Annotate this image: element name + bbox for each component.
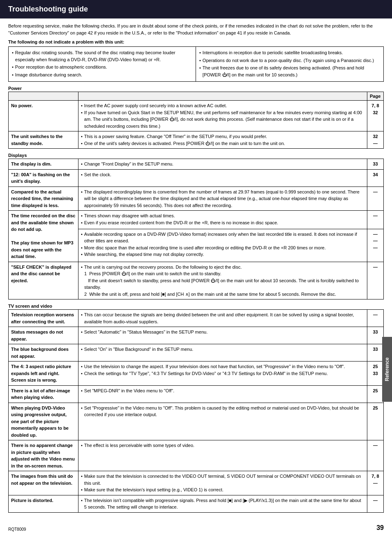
remedy-bullet: Select "On" in "Blue Background" in the … (81, 346, 364, 353)
remedy-cell: Set "Progressive" in the Video menu to "… (78, 403, 367, 440)
tv-screen-section-label: TV screen and video (8, 304, 384, 309)
remedy-bullet: Set "MPEG-DNR" in the Video menu to "Off… (81, 387, 364, 394)
page-cell: 25 (367, 403, 384, 440)
tv-screen-table: Television reception worsens after conne… (8, 309, 384, 513)
table-row: Compared to the actual recorded time, th… (9, 187, 384, 211)
remedy-bullet: Make sure that the television's input se… (81, 486, 364, 493)
power-col-page: Page (367, 92, 384, 101)
remedy-cell: Select "On" in "Blue Background" in the … (78, 344, 367, 362)
problem-cell bold-problem: Television reception worsens after conne… (9, 310, 78, 327)
page-cell: 7, 8— (367, 471, 384, 495)
page-cell: 25 (367, 385, 384, 403)
remedy-cell: This can occur because the signals are b… (78, 310, 367, 327)
table-row: No power. Insert the AC power supply cor… (9, 101, 384, 131)
model-number: RQT8009 (8, 527, 26, 532)
page-cell: 2533 (367, 362, 384, 386)
problem-cell: The display is dim. (9, 159, 78, 170)
remedy-bullet: If you have turned on Quick Start in the… (81, 109, 364, 130)
not-indicate-right: Interruptions in reception due to period… (196, 47, 383, 81)
problem-cell: The images from this unit do not appear … (9, 471, 78, 495)
remedy-cell: Change "Front Display" in the SETUP menu… (78, 159, 367, 170)
table-row: The images from this unit do not appear … (9, 471, 384, 495)
page-cell: — (367, 310, 384, 327)
page-cell: 33 (367, 327, 384, 344)
page-cell: 7, 832 (367, 101, 384, 131)
displays-table: The display is dim. Change "Front Displa… (8, 159, 384, 299)
page-cell: — (367, 187, 384, 211)
problem-cell: There is a lot of after-image when playi… (9, 385, 78, 403)
table-row: There is no apparent change in picture q… (9, 440, 384, 471)
remedy-bullet: Set "Progressive" in the Video menu to "… (81, 405, 364, 418)
table-row: Picture is distorted. The television isn… (9, 495, 384, 512)
table-row: Status messages do not appear. Select "A… (9, 327, 384, 344)
bullet-item: Operations do not work due to a poor-qua… (199, 57, 380, 64)
remedy-bullet: Check the settings for "TV Type", "4:3 T… (81, 370, 364, 377)
problem-cell: "SELF CHECK" is displayed and the disc c… (9, 262, 78, 299)
bullet-item: Image disturbance during search. (12, 71, 192, 78)
problem-cell: The 4: 3 aspect ratio picture expands le… (9, 362, 78, 386)
remedy-bullet: One of the unit's safety devices is acti… (81, 140, 364, 147)
page-cell: — (367, 440, 384, 471)
remedy-cell: The television isn't compatible with pro… (78, 495, 367, 512)
problem-cell: "12: 00A" is flashing on the unit's disp… (9, 169, 78, 187)
remedy-bullet: Make sure that the television is connect… (81, 473, 364, 486)
table-row: When playing DVD-Video using progressive… (9, 403, 384, 440)
page-cell: — (367, 262, 384, 299)
remedy-cell: The displayed recording/play time is con… (78, 187, 367, 211)
not-indicate-grid: Regular disc rotating sounds. The sound … (8, 46, 384, 82)
remedy-bullet: The unit is carrying out the recovery pr… (81, 264, 364, 271)
bullet-item: Poor reception due to atmospheric condit… (12, 64, 192, 71)
problem-cell: The blue background does not appear. (9, 344, 78, 362)
bullet-item: Interruptions in reception due to period… (199, 49, 380, 56)
not-indicate-title: The following do not indicate a problem … (8, 39, 384, 44)
table-row: The display is dim. Change "Front Displa… (9, 159, 384, 170)
problem-cell: When playing DVD-Video using progressive… (9, 403, 78, 440)
problem-cell: Status messages do not appear. (9, 327, 78, 344)
displays-section-label: Displays (8, 153, 384, 158)
table-row: The unit switches to the standby mode. T… (9, 131, 384, 149)
page-cell: ——— (367, 229, 384, 262)
remedy-cell: Select "Automatic" in "Status Messages" … (78, 327, 367, 344)
not-indicate-left: Regular disc rotating sounds. The sound … (9, 47, 196, 81)
page-cell: — (367, 495, 384, 512)
page-title: Troubleshooting guide (8, 5, 88, 13)
remedy-cell: The effect is less perceivable with some… (78, 440, 367, 471)
table-row: The 4: 3 aspect ratio picture expands le… (9, 362, 384, 386)
remedy-bullet: Insert the AC power supply cord securely… (81, 102, 364, 109)
remedy-cell: Insert the AC power supply cord securely… (78, 101, 367, 131)
bullet-item: The unit freezes due to one of its safet… (199, 64, 380, 78)
remedy-cell: Set the clock. (78, 169, 367, 187)
power-section-label: Power (8, 86, 384, 91)
page-footer: RQT8009 39 (0, 523, 392, 533)
remedy-bullet: The television isn't compatible with pro… (81, 497, 364, 511)
power-col-problem (9, 92, 78, 101)
remedy-cell: Available recording space on a DVD-RW (D… (78, 229, 367, 262)
remedy-bullet: While searching, the elapsed time may no… (81, 251, 364, 258)
reference-label: Reference (384, 357, 390, 381)
problem-cell: The time recorded on the disc and the av… (9, 211, 78, 262)
remedy-bullet: Available recording space on a DVD-RW (D… (81, 231, 364, 244)
table-row: Television reception worsens after conne… (9, 310, 384, 327)
power-col-remedy (78, 92, 367, 101)
page-cell: 32— (367, 131, 384, 149)
remedy-bullet: More disc space than the actual recordin… (81, 244, 364, 251)
remedy-cell: The unit is carrying out the recovery pr… (78, 262, 367, 299)
power-table: Page No power. Insert the AC power suppl… (8, 92, 384, 149)
remedy-bullet: Change "Front Display" in the SETUP menu… (81, 161, 364, 168)
page-wrapper: Troubleshooting guide Before requesting … (0, 0, 392, 533)
remedy-bullet: This is a power saving feature. Change "… (81, 133, 364, 140)
remedy-cell: Times shown may disagree with actual tim… (78, 211, 367, 229)
page-cell: — (367, 211, 384, 229)
problem-cell: No power. (9, 101, 78, 131)
problem-cell: There is no apparent change in picture q… (9, 440, 78, 471)
table-row: "12: 00A" is flashing on the unit's disp… (9, 169, 384, 187)
remedy-cell: Set "MPEG-DNR" in the Video menu to "Off… (78, 385, 367, 403)
table-row: There is a lot of after-image when playi… (9, 385, 384, 403)
page-cell: 33 (367, 344, 384, 362)
table-row: The blue background does not appear. Sel… (9, 344, 384, 362)
problem-cell: The unit switches to the standby mode. (9, 131, 78, 149)
page-cell: 34 (367, 169, 384, 187)
problem-cell: Compared to the actual recorded time, th… (9, 187, 78, 211)
intro-text: Before requesting service, make the foll… (8, 23, 384, 36)
remedy-bullet: This can occur because the signals are b… (81, 311, 364, 325)
